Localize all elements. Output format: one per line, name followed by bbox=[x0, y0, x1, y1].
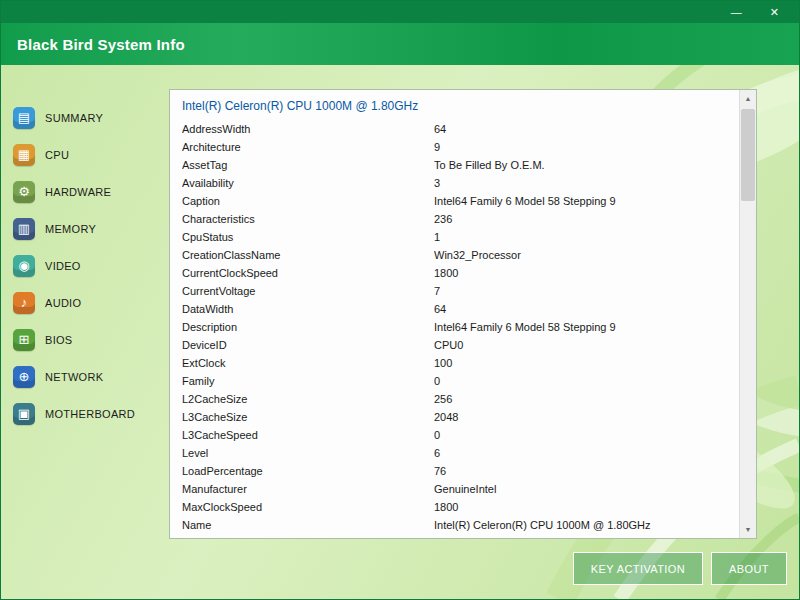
property-name: AddressWidth bbox=[182, 123, 434, 135]
table-row: ExtClock100 bbox=[170, 354, 738, 372]
table-row: CaptionIntel64 Family 6 Model 58 Steppin… bbox=[170, 192, 738, 210]
sidebar-item-summary[interactable]: ▤SUMMARY bbox=[13, 99, 165, 136]
close-icon[interactable]: ✕ bbox=[770, 7, 779, 18]
property-value: Win32_Processor bbox=[434, 249, 738, 261]
panel-title: Intel(R) Celeron(R) CPU 1000M @ 1.80GHz bbox=[170, 90, 756, 119]
property-value: Intel64 Family 6 Model 58 Stepping 9 bbox=[434, 321, 738, 333]
property-name: CurrentClockSpeed bbox=[182, 267, 434, 279]
property-value: 64 bbox=[434, 123, 738, 135]
table-row: AddressWidth64 bbox=[170, 120, 738, 138]
table-row: NameIntel(R) Celeron(R) CPU 1000M @ 1.80… bbox=[170, 516, 738, 534]
table-row: Level6 bbox=[170, 444, 738, 462]
cpu-icon: ▦ bbox=[13, 144, 35, 166]
property-value: 76 bbox=[434, 465, 738, 477]
property-name: L2CacheSize bbox=[182, 393, 434, 405]
table-row: Availability3 bbox=[170, 174, 738, 192]
table-row: CpuStatus1 bbox=[170, 228, 738, 246]
info-panel: Intel(R) Celeron(R) CPU 1000M @ 1.80GHz … bbox=[169, 89, 757, 539]
property-name: L3CacheSize bbox=[182, 411, 434, 423]
sidebar-item-cpu[interactable]: ▦CPU bbox=[13, 136, 165, 173]
table-row: CreationClassNameWin32_Processor bbox=[170, 246, 738, 264]
table-row: LoadPercentage76 bbox=[170, 462, 738, 480]
property-name: MaxClockSpeed bbox=[182, 501, 434, 513]
sidebar-item-label: VIDEO bbox=[45, 260, 81, 272]
scrollbar-thumb[interactable] bbox=[741, 109, 755, 201]
property-name: Manufacturer bbox=[182, 483, 434, 495]
property-value: 2048 bbox=[434, 411, 738, 423]
scrollbar[interactable]: ▲ ▼ bbox=[739, 90, 756, 538]
titlebar: — ✕ bbox=[1, 1, 799, 23]
sidebar-item-label: CPU bbox=[45, 149, 69, 161]
property-name: AssetTag bbox=[182, 159, 434, 171]
table-row: Family0 bbox=[170, 372, 738, 390]
audio-icon: ♪ bbox=[13, 292, 35, 314]
scroll-up-icon[interactable]: ▲ bbox=[740, 90, 756, 107]
property-name: Architecture bbox=[182, 141, 434, 153]
property-name: CreationClassName bbox=[182, 249, 434, 261]
property-value: 6 bbox=[434, 447, 738, 459]
property-value: 100 bbox=[434, 357, 738, 369]
sidebar-item-label: AUDIO bbox=[45, 297, 81, 309]
property-value: 7 bbox=[434, 285, 738, 297]
property-value: 9 bbox=[434, 141, 738, 153]
property-value: 64 bbox=[434, 303, 738, 315]
video-icon: ◉ bbox=[13, 255, 35, 277]
table-row: L2CacheSize256 bbox=[170, 390, 738, 408]
property-name: Description bbox=[182, 321, 434, 333]
sidebar-item-label: MEMORY bbox=[45, 223, 96, 235]
bios-icon: ⊞ bbox=[13, 329, 35, 351]
property-name: Name bbox=[182, 519, 434, 531]
hardware-icon: ⚙ bbox=[13, 181, 35, 203]
property-value: 3 bbox=[434, 177, 738, 189]
property-value: Intel64 Family 6 Model 58 Stepping 9 bbox=[434, 195, 738, 207]
sidebar-item-audio[interactable]: ♪AUDIO bbox=[13, 284, 165, 321]
property-name: L3CacheSpeed bbox=[182, 429, 434, 441]
table-row: ManufacturerGenuineIntel bbox=[170, 480, 738, 498]
scrollbar-track[interactable] bbox=[740, 107, 756, 521]
table-row: CurrentVoltage7 bbox=[170, 282, 738, 300]
about-button[interactable]: ABOUT bbox=[711, 552, 787, 585]
app-window: — ✕ Black Bird System Info ▤SUMMARY▦CPU⚙… bbox=[0, 0, 800, 600]
property-value: 0 bbox=[434, 375, 738, 387]
property-name: Level bbox=[182, 447, 434, 459]
property-name: ExtClock bbox=[182, 357, 434, 369]
sidebar-item-label: SUMMARY bbox=[45, 112, 103, 124]
sidebar-item-label: NETWORK bbox=[45, 371, 103, 383]
app-title: Black Bird System Info bbox=[17, 36, 185, 53]
property-value: 0 bbox=[434, 429, 738, 441]
table-row: L3CacheSpeed0 bbox=[170, 426, 738, 444]
sidebar-item-label: BIOS bbox=[45, 334, 73, 346]
property-value: 1 bbox=[434, 231, 738, 243]
sidebar-item-hardware[interactable]: ⚙HARDWARE bbox=[13, 173, 165, 210]
property-value: 1800 bbox=[434, 267, 738, 279]
memory-icon: ▥ bbox=[13, 218, 35, 240]
property-name: Caption bbox=[182, 195, 434, 207]
sidebar-item-memory[interactable]: ▥MEMORY bbox=[13, 210, 165, 247]
minimize-icon[interactable]: — bbox=[731, 7, 742, 18]
sidebar-item-bios[interactable]: ⊞BIOS bbox=[13, 321, 165, 358]
sidebar-item-label: HARDWARE bbox=[45, 186, 111, 198]
property-name: Availability bbox=[182, 177, 434, 189]
sidebar-item-label: MOTHERBOARD bbox=[45, 408, 135, 420]
sidebar-item-motherboard[interactable]: ▣MOTHERBOARD bbox=[13, 395, 165, 432]
footer-buttons: KEY ACTIVATION ABOUT bbox=[573, 552, 787, 585]
summary-icon: ▤ bbox=[13, 107, 35, 129]
table-row: L3CacheSize2048 bbox=[170, 408, 738, 426]
table-row: DeviceIDCPU0 bbox=[170, 336, 738, 354]
property-value: To Be Filled By O.E.M. bbox=[434, 159, 738, 171]
property-value: CPU0 bbox=[434, 339, 738, 351]
property-value: GenuineIntel bbox=[434, 483, 738, 495]
table-row: AssetTagTo Be Filled By O.E.M. bbox=[170, 156, 738, 174]
property-value: 256 bbox=[434, 393, 738, 405]
property-name: LoadPercentage bbox=[182, 465, 434, 477]
property-name: Characteristics bbox=[182, 213, 434, 225]
sidebar-item-video[interactable]: ◉VIDEO bbox=[13, 247, 165, 284]
table-row: DataWidth64 bbox=[170, 300, 738, 318]
key-activation-button[interactable]: KEY ACTIVATION bbox=[573, 552, 703, 585]
table-row: Characteristics236 bbox=[170, 210, 738, 228]
table-row: Architecture9 bbox=[170, 138, 738, 156]
table-row: MaxClockSpeed1800 bbox=[170, 498, 738, 516]
table-row: DescriptionIntel64 Family 6 Model 58 Ste… bbox=[170, 318, 738, 336]
sidebar-item-network[interactable]: ⊕NETWORK bbox=[13, 358, 165, 395]
scroll-down-icon[interactable]: ▼ bbox=[740, 521, 756, 538]
